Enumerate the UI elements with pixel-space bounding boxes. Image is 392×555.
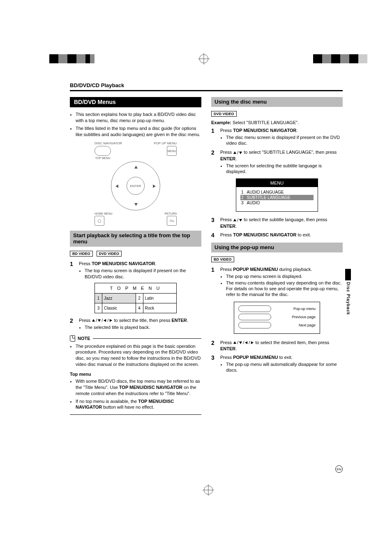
example-line: Example: Select "SUBTITLE LANGUAGE". — [211, 120, 343, 125]
top-menu-title: T O P M E N U — [95, 283, 176, 294]
menu-item[interactable]: 1 AUDIO LANGUAGE — [240, 190, 314, 195]
content-columns: BD/DVD Menus This section explains how t… — [70, 97, 343, 415]
arrow-up-icon — [134, 165, 138, 170]
step: 1 Press POPUP MENU/MENU during playback.… — [211, 266, 343, 298]
step-body: Press / to select "SUBTITLE LANGUAGE", t… — [220, 149, 343, 175]
step-body: Press TOP MENU/DISC NAVIGATOR. The disc … — [220, 127, 343, 147]
disc-menu-diagram: MENU 1 AUDIO LANGUAGE 2 SUBTITLE LANGUAG… — [236, 178, 318, 212]
list-item: The screen for selecting the subtitle la… — [226, 163, 343, 175]
dpad[interactable]: ENTER — [111, 161, 160, 210]
step: 1 Press TOP MENU/DISC NAVIGATOR. The dis… — [211, 127, 343, 147]
menu-item[interactable]: 3 Classic — [95, 303, 136, 313]
badge-dvd-video: DVD VIDEO — [211, 111, 237, 117]
note-label: NOTE — [78, 336, 90, 341]
step-number: 3 — [211, 354, 220, 374]
step: 3 Press / to select the subtitle languag… — [211, 217, 343, 229]
step: 4 Press TOP MENU/DISC NAVIGATOR to exit. — [211, 232, 343, 238]
list-item: The titles listed in the top menu and a … — [76, 125, 201, 138]
menu-item[interactable]: 1 Jazz — [95, 294, 136, 303]
remote-diagram: DISC NAVIGATOR POP UP MENU TOP MENU MENU — [95, 141, 177, 226]
subsection-heading: Using the pop-up menu — [211, 243, 343, 252]
note-heading: NOTE — [70, 335, 201, 342]
list-item: The top menu screen is displayed if pres… — [85, 268, 201, 280]
menu-item[interactable]: Pop-up menu — [238, 305, 316, 312]
arrow-left-icon — [115, 184, 120, 189]
color-blocks-right — [313, 54, 367, 63]
page-marker: EN — [335, 465, 343, 473]
popup-menu-diagram: Pop-up menu Previous page Next page — [234, 302, 320, 334]
step-body: Press /// to select the desired item, th… — [220, 340, 343, 352]
page: BD/DVD/CD Playback BD/DVD Menus This sec… — [0, 0, 392, 555]
menu-item[interactable]: Next page — [238, 322, 316, 328]
section-tab: Disc Playback — [345, 269, 351, 315]
tab-marker — [345, 269, 351, 280]
intro-bullets: This section explains how to play back a… — [70, 111, 201, 137]
enter-button[interactable]: ENTER — [127, 177, 145, 195]
divider — [70, 90, 343, 91]
step: 2 Press / to select "SUBTITLE LANGUAGE",… — [211, 149, 343, 175]
list-item: The selected title is played back. — [85, 324, 201, 330]
color-blocks-left — [49, 54, 95, 63]
menu-item[interactable]: 3 AUDIO — [240, 200, 314, 206]
top-menu-diagram: T O P M E N U 1 Jazz 2 Latin 3 Classic — [95, 283, 177, 313]
step-body: Press POPUP MENU/MENU to exit. The pop-u… — [220, 354, 343, 374]
top-menu-button[interactable] — [95, 146, 111, 156]
list-item: The disc menu screen is displayed if pre… — [226, 134, 343, 146]
step-number: 4 — [211, 232, 220, 238]
crosshair-icon — [198, 53, 210, 65]
list-item: The menu contents displayed vary dependi… — [226, 280, 343, 298]
step: 1 Press TOP MENU/DISC NAVIGATOR. The top… — [70, 261, 201, 280]
step-body: Press /// to select the title, then pres… — [79, 317, 201, 331]
menu-item[interactable]: 4 Rock — [136, 303, 177, 313]
menu-button[interactable]: MENU — [167, 146, 177, 156]
list-item: The procedure explained on this page is … — [76, 343, 201, 368]
step-body: Press POPUP MENU/MENU during playback. T… — [220, 266, 343, 298]
list-item: If no top menu is available, the TOP MEN… — [76, 398, 201, 411]
paragraph-heading: Top menu — [70, 372, 201, 377]
step-number: 1 — [70, 261, 79, 280]
arrow-down-icon — [134, 202, 138, 207]
return-button[interactable] — [167, 216, 177, 226]
registration-marks-bottom — [49, 485, 367, 495]
subsection-heading: Start playback by selecting a title from… — [70, 231, 201, 247]
step-number: 2 — [211, 340, 220, 352]
step: 3 Press POPUP MENU/MENU to exit. The pop… — [211, 354, 343, 374]
left-column: BD/DVD Menus This section explains how t… — [70, 97, 201, 415]
subsection-heading: Using the disc menu — [211, 97, 343, 107]
arrow-icons: / — [233, 217, 242, 223]
divider — [70, 414, 201, 415]
arrow-right-icon — [152, 184, 157, 189]
note-icon — [70, 335, 75, 342]
step-number: 2 — [70, 317, 79, 331]
arrow-icons: / — [233, 150, 242, 156]
registration-marks-top — [49, 53, 367, 64]
menu-item[interactable]: Previous page — [238, 314, 316, 320]
return-icon — [169, 219, 174, 222]
step: 2 Press /// to select the desired item, … — [211, 340, 343, 352]
list-item: The pop up menu screen is displayed. — [226, 273, 343, 279]
remote-label: POP UP MENU — [154, 141, 177, 145]
step-body: Press TOP MENU/DISC NAVIGATOR. The top m… — [79, 261, 201, 280]
remote-label: DISC NAVIGATOR — [95, 141, 122, 145]
format-badges: BD VIDEO DVD VIDEO — [70, 251, 201, 257]
remote-label: TOP MENU — [95, 157, 111, 160]
list-item: The pop-up menu will automatically disap… — [226, 361, 343, 373]
menu-item[interactable]: 2 Latin — [136, 294, 177, 303]
note-bullets: The procedure explained on this page is … — [70, 343, 201, 368]
menu-title: MENU — [236, 179, 318, 187]
badge-bd-video: BD VIDEO — [70, 251, 93, 257]
arrow-icons: /// — [233, 340, 254, 346]
badge-dvd-video: DVD VIDEO — [97, 251, 122, 257]
badge-bd-video: BD VIDEO — [211, 257, 234, 262]
menu-item-selected[interactable]: 2 SUBTITLE LANGUAGE — [240, 195, 314, 200]
step-number: 3 — [211, 217, 220, 229]
remote-label: RETURN — [165, 212, 177, 215]
tab-label: Disc Playback — [346, 282, 350, 315]
arrow-icons: /// — [92, 317, 113, 324]
step: 2 Press /// to select the title, then pr… — [70, 317, 201, 331]
home-menu-button[interactable] — [95, 216, 104, 226]
page-title: BD/DVD/CD Playback — [70, 82, 343, 88]
section-heading: BD/DVD Menus — [70, 97, 201, 107]
step-number: 2 — [211, 149, 220, 175]
step-number: 1 — [211, 266, 220, 298]
